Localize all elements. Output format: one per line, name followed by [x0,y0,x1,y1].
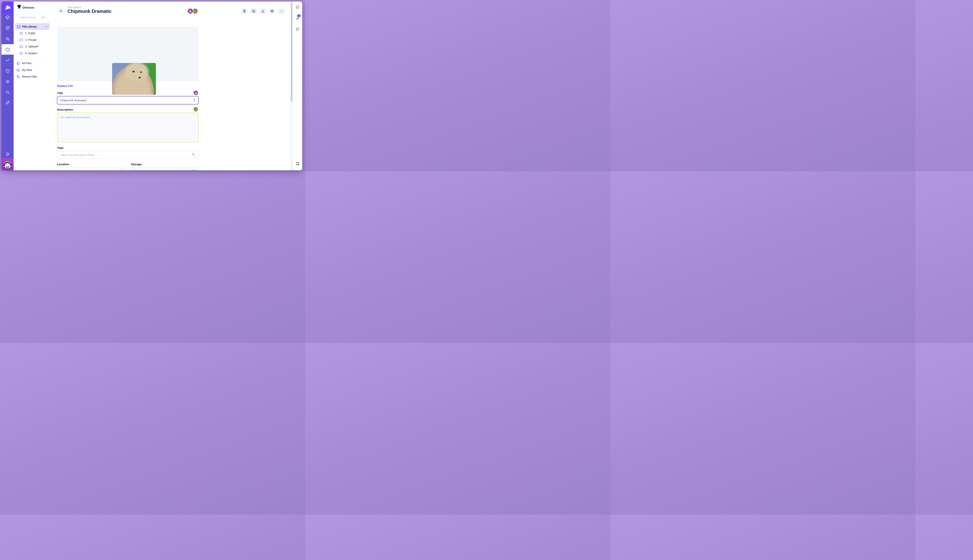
app-window: ? [2,2,302,170]
sidebar-item-recent-files[interactable]: Recent Files [16,73,37,80]
module-search[interactable] [2,87,13,97]
edit-icon [5,26,10,30]
description-textarea[interactable] [57,112,199,143]
download-icon [261,9,265,13]
place-icon [119,169,123,170]
box-icon [5,15,10,20]
breadcrumb[interactable]: File Library [68,6,81,9]
title-field-label: Title [57,92,63,95]
right-sidebar: 1 [293,2,302,170]
sidebar-item-file-library[interactable]: File Library [15,23,50,30]
tags-text-input[interactable] [60,153,192,157]
check-icon [279,9,284,13]
people-arrows-icon [5,100,10,105]
trash-icon [242,9,246,13]
sidebar-item-label: All Files [22,62,32,65]
global-search-input[interactable]: Global Search ⌘K [17,14,47,20]
directus-fan-logo-icon [17,4,22,10]
notifications-button[interactable]: 1 [293,13,302,24]
folder-label: 3. Uploads [25,45,38,48]
module-insights[interactable] [2,55,13,65]
module-bar: ? [2,2,13,170]
folder-label: 4. System [25,52,37,55]
keyboard-shortcut-badge: ⌘K [40,15,46,19]
comments-button[interactable] [293,24,302,35]
sidebar-item-label: Recent Files [22,75,37,78]
title-input[interactable]: Chipmunk Dramatic T [57,96,199,104]
sidebar-item-label: File Library [22,25,45,28]
help-icon: ? [5,68,10,73]
module-content[interactable] [2,12,13,23]
field-presence-avatar-user[interactable] [194,90,198,95]
search-icon [5,90,10,95]
folder-label: 1. Public [25,32,36,35]
file-info-button[interactable] [293,2,302,13]
comment-icon [296,27,300,31]
file-preview-panel [57,27,199,81]
info-icon [296,5,300,9]
location-input[interactable] [57,167,125,170]
people-icon [5,37,10,41]
folder-icon [20,45,23,48]
folder-star-icon [17,25,21,28]
project-name: Directus [23,6,34,9]
title-input-value: Chipmunk Dramatic [60,98,86,102]
file-preview-image[interactable] [112,63,156,95]
sidebar-folder-private[interactable]: 2. Private [20,37,37,43]
sidebar-folder-system[interactable]: 4. System [20,50,37,57]
module-user-directory[interactable] [2,33,13,44]
sidebar-item-my-files[interactable]: My Files [16,67,32,73]
folder-move-icon [252,9,256,13]
notification-count-badge: 1 [297,14,301,17]
clipboard-clock-icon [296,162,300,166]
move-to-folder-button[interactable] [250,8,257,15]
sidebar-item-label: My Files [22,68,32,72]
svg-text:?: ? [7,70,8,72]
sidebar-folder-public[interactable]: 1. Public [20,30,36,37]
module-file-library[interactable] [2,44,13,55]
module-help[interactable]: ? [2,65,13,76]
tag-icon [192,153,196,157]
scrollbar-thumb[interactable] [291,2,292,102]
title-case-icon: T [193,97,195,104]
tune-icon [270,9,274,13]
chevron-down-icon[interactable] [45,25,48,28]
save-button[interactable] [278,8,285,15]
tags-input[interactable] [57,151,199,159]
notifications-bell-button[interactable] [2,149,13,160]
replace-file-link[interactable]: Replace File [57,84,73,88]
adjust-settings-button[interactable] [269,8,276,15]
folder-icon [20,52,23,55]
storage-field-label: Storage [131,163,142,166]
module-settings[interactable] [2,76,13,87]
module-people-sync[interactable] [2,97,13,108]
back-button[interactable] [58,7,65,14]
folder-icon [5,47,10,52]
field-presence-avatar-chipmunk[interactable] [194,107,198,112]
scrollbar-track [290,2,293,170]
folder-icon [20,38,23,42]
bell-icon [5,152,10,157]
rabbit-logo-icon [4,4,11,11]
storage-box-icon [193,170,196,170]
sidebar-folder-uploads[interactable]: 3. Uploads [20,43,38,50]
activity-icon [5,58,10,63]
text-caret [86,98,86,102]
location-field-label: Location [57,163,69,166]
download-button[interactable] [259,8,266,15]
current-user-avatar[interactable] [2,158,13,170]
nav-sidebar: Directus Global Search ⌘K File Library 1… [13,2,51,170]
folder-user-icon [16,68,20,72]
files-copy-icon [16,62,20,65]
project-logo-button[interactable] [2,2,13,13]
delete-button[interactable] [241,8,248,15]
folder-icon [20,32,23,35]
module-editor[interactable] [2,23,13,33]
gear-icon [5,79,10,84]
revisions-button[interactable] [293,158,302,169]
sidebar-item-all-files[interactable]: All Files [16,60,32,67]
sidebar-divider [17,59,48,60]
presence-avatar-user[interactable] [187,8,193,14]
description-field-label: Description [57,108,73,111]
presence-avatar-chipmunk[interactable] [192,8,198,14]
